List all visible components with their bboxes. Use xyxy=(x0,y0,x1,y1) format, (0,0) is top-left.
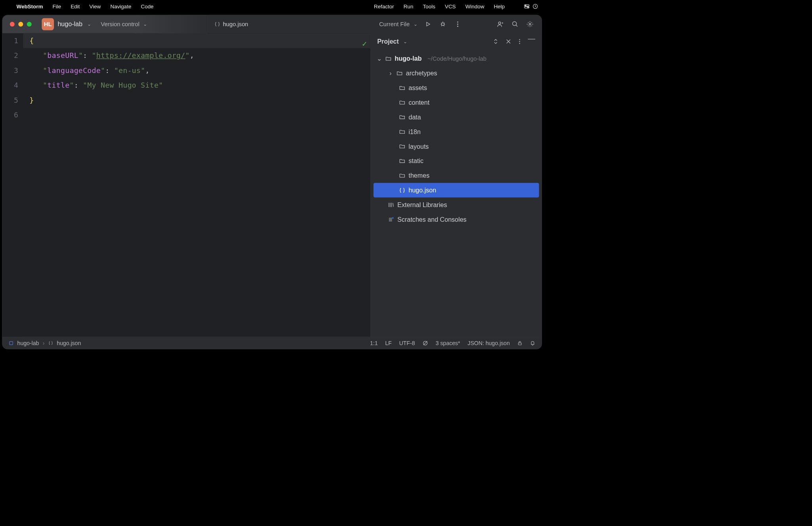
tree-folder-layouts[interactable]: layouts xyxy=(373,139,539,154)
run-button[interactable] xyxy=(424,20,432,28)
breadcrumb-root[interactable]: hugo-lab xyxy=(17,340,39,346)
collapse-all-icon[interactable] xyxy=(506,38,511,44)
tree-label: Scratches and Consoles xyxy=(397,216,466,223)
scratches-icon xyxy=(388,216,394,223)
tree-label: i18n xyxy=(408,128,420,136)
chevron-down-icon: ⌄ xyxy=(143,21,147,27)
tree-folder-i18n[interactable]: i18n xyxy=(373,125,539,139)
tree-folder-static[interactable]: static xyxy=(373,154,539,168)
expand-collapse-icon[interactable] xyxy=(493,38,498,44)
svg-point-7 xyxy=(457,23,458,25)
line-separator[interactable]: LF xyxy=(385,340,391,346)
kebab-icon xyxy=(457,21,458,27)
menu-refactor[interactable]: Refactor xyxy=(374,3,394,9)
lock-open-icon[interactable] xyxy=(517,340,522,346)
tree-label: data xyxy=(408,113,421,121)
file-encoding[interactable]: UTF-8 xyxy=(399,340,415,346)
svg-point-5 xyxy=(442,23,444,26)
run-config-selector[interactable]: Current File ⌄ xyxy=(379,21,417,27)
menu-code[interactable]: Code xyxy=(141,3,153,9)
window-close-button[interactable] xyxy=(10,22,15,27)
braces-icon xyxy=(48,341,53,346)
menu-navigate[interactable]: Navigate xyxy=(110,3,131,9)
code-token: languageCode xyxy=(47,66,101,75)
project-selector[interactable]: HL hugo-lab ⌄ xyxy=(42,18,91,31)
tree-scratches[interactable]: Scratches and Consoles xyxy=(373,212,539,227)
menu-view[interactable]: View xyxy=(89,3,101,9)
tree-root-label: hugo-lab xyxy=(395,55,422,62)
chevron-right-icon: › xyxy=(43,340,45,346)
code-editor[interactable]: ✓ 1 2 3 4 5 6 { "baseURL": "https://exam… xyxy=(2,33,371,337)
menu-vcs[interactable]: VCS xyxy=(445,3,456,9)
readonly-toggle-icon[interactable] xyxy=(422,340,428,346)
vc-label: Version control xyxy=(101,21,140,27)
chevron-down-icon: ⌄ xyxy=(377,55,382,62)
notifications-icon[interactable] xyxy=(530,340,535,346)
menu-tools[interactable]: Tools xyxy=(423,3,435,9)
tab-filename: hugo.json xyxy=(223,21,248,27)
code-token: en-us xyxy=(119,66,141,75)
menu-edit[interactable]: Edit xyxy=(71,3,80,9)
tree-folder-archetypes[interactable]: ›archetypes xyxy=(373,66,539,81)
more-button[interactable] xyxy=(454,20,462,28)
titlebar: HL hugo-lab ⌄ Version control ⌄ hugo.jso… xyxy=(2,15,542,33)
svg-point-10 xyxy=(513,21,517,25)
tree-folder-content[interactable]: content xyxy=(373,95,539,110)
folder-icon xyxy=(399,143,405,150)
person-plus-icon xyxy=(497,21,504,27)
tree-folder-data[interactable]: data xyxy=(373,110,539,125)
window-maximize-button[interactable] xyxy=(27,22,32,27)
menu-run[interactable]: Run xyxy=(404,3,414,9)
line-number: 1 xyxy=(2,33,18,48)
tree-label: themes xyxy=(408,172,429,179)
settings-button[interactable] xyxy=(526,20,534,28)
debug-button[interactable] xyxy=(439,20,447,28)
module-icon xyxy=(9,341,13,346)
folder-icon xyxy=(399,84,405,91)
svg-point-12 xyxy=(519,39,520,40)
editor-tab[interactable]: hugo.json xyxy=(207,15,255,33)
tool-more-icon[interactable] xyxy=(519,38,521,44)
menu-window[interactable]: Window xyxy=(465,3,485,9)
file-language[interactable]: JSON: hugo.json xyxy=(467,340,509,346)
project-icon: HL xyxy=(42,18,54,31)
line-number: 2 xyxy=(2,48,18,63)
chevron-down-icon[interactable]: ⌄ xyxy=(403,38,407,44)
gear-icon xyxy=(527,21,533,27)
tree-label: hugo.json xyxy=(408,186,436,194)
code-token: } xyxy=(29,96,34,104)
indent-info[interactable]: 3 spaces* xyxy=(436,340,460,346)
bug-icon xyxy=(440,21,446,27)
svg-point-15 xyxy=(392,217,394,219)
svg-point-6 xyxy=(457,21,458,23)
tree-label: layouts xyxy=(408,142,429,150)
line-number-gutter: 1 2 3 4 5 6 xyxy=(2,33,23,337)
search-button[interactable] xyxy=(511,20,519,28)
control-center-icon[interactable] xyxy=(524,4,530,10)
svg-point-13 xyxy=(519,41,520,42)
tree-file-hugo-json[interactable]: hugo.json xyxy=(373,183,539,198)
code-token: { xyxy=(29,36,34,45)
braces-icon xyxy=(214,21,220,27)
tree-folder-themes[interactable]: themes xyxy=(373,168,539,183)
tree-folder-assets[interactable]: assets xyxy=(373,81,539,95)
menu-help[interactable]: Help xyxy=(494,3,505,9)
folder-icon xyxy=(399,114,405,120)
run-config-label: Current File xyxy=(379,21,410,27)
menubar-app[interactable]: WebStorm xyxy=(17,3,43,9)
breadcrumb-file[interactable]: hugo.json xyxy=(57,340,81,346)
menu-file[interactable]: File xyxy=(52,3,61,9)
tree-external-libraries[interactable]: External Libraries xyxy=(373,198,539,212)
code-with-me-button[interactable] xyxy=(496,20,504,28)
version-control-button[interactable]: Version control ⌄ xyxy=(101,21,147,27)
svg-rect-18 xyxy=(518,343,521,345)
minimize-tool-icon[interactable]: — xyxy=(528,38,535,44)
tree-root[interactable]: ⌄ hugo-lab ~/Code/Hugo/hugo-lab xyxy=(373,51,539,66)
window-minimize-button[interactable] xyxy=(18,22,23,27)
clock-icon[interactable] xyxy=(532,4,538,10)
svg-point-3 xyxy=(527,7,528,8)
caret-position[interactable]: 1:1 xyxy=(370,340,378,346)
inspection-ok-icon[interactable]: ✓ xyxy=(362,36,367,52)
tool-window-title[interactable]: Project xyxy=(377,38,399,45)
folder-icon xyxy=(385,56,392,62)
